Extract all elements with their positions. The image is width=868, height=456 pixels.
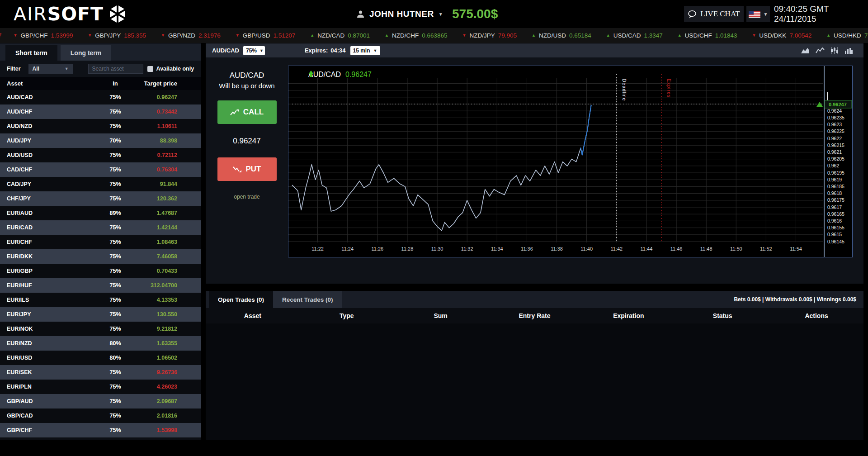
tab-short-term[interactable]: Short term <box>5 45 57 61</box>
user-icon <box>356 10 365 19</box>
filter-dropdown[interactable]: All ▼ <box>28 64 73 74</box>
up-trend-icon <box>230 109 239 116</box>
asset-pair: EUR/GBP <box>0 268 90 274</box>
asset-pair: EUR/ILS <box>0 297 90 303</box>
asset-target-price: 7.46058 <box>140 253 201 260</box>
up-triangle-icon: ▲ <box>385 33 389 38</box>
asset-payout: 75% <box>90 253 140 260</box>
call-button[interactable]: CALL <box>217 100 277 124</box>
line-chart-icon[interactable] <box>816 47 825 54</box>
filter-dropdown-value: All <box>33 66 39 72</box>
user-menu[interactable]: JOHN HUTNER ▼ <box>356 0 443 28</box>
down-triangle-icon: ▼ <box>161 33 165 38</box>
asset-pair: CAD/CHF <box>0 166 90 173</box>
call-label: CALL <box>243 108 264 117</box>
asset-pair: AUD/USD <box>0 152 90 158</box>
asset-payout: 75% <box>90 195 140 202</box>
asset-pair: EUR/HUF <box>0 282 90 289</box>
put-button[interactable]: PUT <box>217 157 277 181</box>
asset-payout: 75% <box>90 413 140 419</box>
asset-target-price: 0.76304 <box>140 166 201 173</box>
asset-row[interactable]: GBP/CHF75%1.53998 <box>0 423 201 437</box>
tab-long-term[interactable]: Long term <box>61 45 111 61</box>
svg-text:0.9618: 0.9618 <box>827 190 842 196</box>
area-chart-icon[interactable] <box>801 47 810 54</box>
svg-text:11:38: 11:38 <box>551 246 563 252</box>
asset-row[interactable]: AUD/USD75%0.72112 <box>0 148 201 162</box>
duration-dropdown[interactable]: 15 min ▼ <box>350 46 380 55</box>
down-triangle-icon: ▼ <box>752 33 756 38</box>
asset-row[interactable]: EUR/CHF75%1.08463 <box>0 235 201 249</box>
asset-row[interactable]: EUR/AUD89%1.47687 <box>0 206 201 220</box>
ticker-pair: NZD/USD <box>539 32 566 39</box>
asset-row[interactable]: EUR/DKK75%7.46058 <box>0 249 201 264</box>
expires-countdown: 04:34 <box>330 47 345 54</box>
asset-pair: EUR/AUD <box>0 210 90 216</box>
trades-column-header: Sum <box>394 312 488 319</box>
svg-text:11:46: 11:46 <box>670 246 683 252</box>
ticker-pair: GBP/USD <box>243 32 270 39</box>
svg-text:0.9623: 0.9623 <box>827 122 842 127</box>
asset-payout: 75% <box>90 224 140 231</box>
asset-row[interactable]: EUR/NOK75%9.21812 <box>0 322 201 336</box>
asset-row[interactable]: EUR/SEK75%9.26736 <box>0 365 201 380</box>
trade-subtitle: Will be up or down <box>219 82 274 90</box>
asset-row[interactable]: EUR/ILS75%4.13353 <box>0 293 201 307</box>
asset-row[interactable]: EUR/PLN75%4.26023 <box>0 380 201 394</box>
asset-row[interactable]: AUD/JPY70%88.398 <box>0 133 201 148</box>
asset-payout: 75% <box>90 282 140 289</box>
us-flag-icon <box>749 11 760 18</box>
svg-text:0.9622: 0.9622 <box>827 136 842 141</box>
chevron-down-icon: ▼ <box>439 12 443 17</box>
tab-recent-trades[interactable]: Recent Trades (0) <box>273 291 342 308</box>
ticker-pair: USD/HKD <box>834 32 861 39</box>
asset-payout: 75% <box>90 166 140 173</box>
asset-row[interactable]: EUR/USD80%1.06502 <box>0 351 201 365</box>
asset-target-price: 1.47687 <box>140 210 201 216</box>
asset-target-price: 1.63355 <box>140 340 201 347</box>
chevron-down-icon: ▼ <box>373 48 377 53</box>
asset-row[interactable]: EUR/HUF75%312.04700 <box>0 278 201 293</box>
asset-row[interactable]: AUD/CAD75%0.96247 <box>0 90 201 104</box>
ticker-pair: GBP/JPY <box>95 32 121 39</box>
ticker-pair: USD/CAD <box>613 32 641 39</box>
chart-type-switcher <box>801 47 853 54</box>
svg-text:0.96205: 0.96205 <box>827 156 844 162</box>
svg-text:Expires: Expires <box>666 79 672 98</box>
svg-text:0.9619: 0.9619 <box>827 177 842 182</box>
asset-pair: CHF/JPY <box>0 195 90 202</box>
trades-column-header: Actions <box>769 312 863 319</box>
asset-row[interactable]: GBP/AUD75%2.09687 <box>0 394 201 408</box>
asset-row[interactable]: EUR/CAD75%1.42144 <box>0 220 201 235</box>
up-triangle-icon: ▲ <box>606 33 610 38</box>
asset-row[interactable]: GBP/CAD75%2.01816 <box>0 408 201 423</box>
bar-chart-icon[interactable] <box>844 47 853 54</box>
asset-row[interactable]: EUR/NZD80%1.63355 <box>0 336 201 351</box>
asset-target-price: 91.844 <box>140 181 201 187</box>
asset-row[interactable]: AUD/CHF75%0.73442 <box>0 104 201 119</box>
ticker-pair: GBP/CHF <box>20 32 47 39</box>
asset-pair: AUD/CHF <box>0 109 90 115</box>
asset-row[interactable]: CAD/CHF75%0.76304 <box>0 162 201 177</box>
asset-pair: AUD/JPY <box>0 138 90 144</box>
open-trade-link[interactable]: open trade <box>234 194 259 200</box>
asset-row[interactable]: EUR/JPY75%130.550 <box>0 307 201 322</box>
asset-row[interactable]: CAD/JPY75%91.844 <box>0 177 201 191</box>
available-only-checkbox[interactable] <box>147 66 153 72</box>
ticker-pair: NZD/CHF <box>392 32 419 39</box>
language-selector[interactable]: ▼ <box>746 6 770 22</box>
asset-pair: EUR/DKK <box>0 253 90 260</box>
asset-row[interactable]: AUD/NZD75%1.10611 <box>0 119 201 133</box>
live-chat-button[interactable]: LIVE CHAT <box>684 6 744 22</box>
payout-dropdown[interactable]: 75% ▼ <box>243 46 265 55</box>
asset-row[interactable]: CHF/JPY75%120.362 <box>0 191 201 206</box>
search-input[interactable] <box>88 64 143 74</box>
asset-pair: EUR/CAD <box>0 224 90 231</box>
asset-payout: 89% <box>90 210 140 216</box>
tab-open-trades[interactable]: Open Trades (0) <box>209 291 273 308</box>
available-only-label: Available only <box>156 66 194 72</box>
candlestick-chart-icon[interactable] <box>830 47 839 54</box>
asset-row[interactable]: EUR/GBP75%0.70433 <box>0 264 201 278</box>
logo-text-air: AIR <box>14 3 47 25</box>
svg-text:0.9615: 0.9615 <box>827 232 842 237</box>
